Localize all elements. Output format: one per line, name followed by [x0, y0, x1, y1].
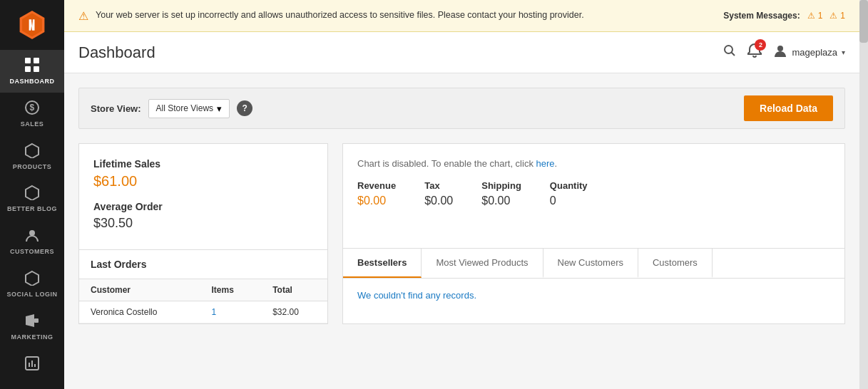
store-view-select[interactable]: All Store Views ▾	[148, 99, 230, 118]
customers-icon	[24, 227, 40, 245]
svg-point-16	[725, 46, 732, 53]
chart-section: Chart is disabled. To enable the chart, …	[342, 143, 845, 249]
header-right: 2 mageplaza ▾	[723, 43, 845, 62]
tab-content: We couldn't find any records.	[343, 279, 844, 312]
revenue-item-quantity: Quantity 0	[550, 180, 588, 207]
svg-marker-9	[26, 271, 39, 286]
sidebar-item-better-blog-label: BETTER BLOG	[7, 205, 57, 213]
svg-marker-7	[26, 186, 39, 200]
system-messages: System Messages: ⚠ 1 ⚠ 1	[723, 11, 845, 21]
lifetime-sales-section: Lifetime Sales $61.00 Average Order $30.…	[78, 143, 328, 249]
sidebar-item-customers[interactable]: CUSTOMERS	[0, 220, 64, 263]
chart-disabled-prefix: Chart is disabled. To enable the chart, …	[357, 158, 533, 169]
stats-section: Lifetime Sales $61.00 Average Order $30.…	[78, 143, 845, 324]
lifetime-sales-label: Lifetime Sales	[93, 158, 313, 170]
svg-point-18	[777, 46, 783, 51]
last-orders-title: Last Orders	[79, 250, 327, 279]
tab-new-customers[interactable]: New Customers	[543, 249, 638, 278]
tax-value: $0.00	[424, 194, 453, 207]
store-view-label: Store View:	[91, 103, 141, 114]
items-link[interactable]: 1	[211, 307, 216, 317]
orders-col-customer: Customer	[79, 279, 200, 301]
svg-rect-0	[25, 58, 31, 63]
sidebar-item-sales-label: SALES	[21, 120, 44, 128]
warning-icon: ⚠	[78, 9, 88, 23]
svg-marker-10	[26, 314, 34, 327]
sidebar-item-dashboard[interactable]: DASHBOARD	[0, 50, 64, 93]
sidebar-item-reports[interactable]	[0, 348, 64, 380]
dashboard-icon	[24, 57, 40, 75]
quantity-label: Quantity	[550, 180, 588, 191]
left-panel: Lifetime Sales $61.00 Average Order $30.…	[78, 143, 328, 324]
svg-rect-2	[25, 66, 31, 72]
sidebar-item-products[interactable]: PRODUCTS	[0, 135, 64, 178]
sidebar-item-marketing[interactable]: MARKETING	[0, 306, 64, 348]
orders-col-items: Items	[200, 279, 261, 301]
chevron-down-icon: ▾	[842, 48, 845, 56]
shipping-label: Shipping	[481, 180, 521, 191]
scrollbar[interactable]	[859, 0, 868, 389]
revenue-row: Revenue $0.00 Tax $0.00 Shipping $0.00	[357, 180, 830, 207]
system-messages-label: System Messages:	[723, 11, 800, 21]
sidebar-item-dashboard-label: DASHBOARD	[10, 78, 55, 85]
scrollbar-thumb[interactable]	[859, 0, 868, 43]
orders-table: Customer Items Total Veronica Costello	[79, 279, 327, 323]
customer-name: Veronica Costello	[91, 307, 157, 317]
sys-msg-badge-2[interactable]: ⚠ 1	[829, 11, 845, 21]
quantity-value: 0	[550, 194, 588, 207]
svg-line-17	[732, 53, 735, 56]
sys-msg-warning-icon-2: ⚠	[829, 11, 837, 21]
help-icon[interactable]: ?	[237, 100, 252, 116]
user-avatar-icon	[773, 43, 787, 61]
sidebar-item-social-login-label: SOCIAL LOGIN	[7, 291, 58, 299]
tab-customers-label: Customers	[653, 257, 698, 268]
tabs-header: Bestsellers Most Viewed Products New Cus…	[343, 249, 844, 279]
store-view-chevron-icon: ▾	[217, 103, 222, 114]
sidebar-item-social-login[interactable]: SOCIAL LOGIN	[0, 263, 64, 306]
products-icon	[24, 142, 40, 160]
warning-banner: ⚠ Your web server is set up incorrectly …	[64, 0, 859, 32]
sales-icon: $	[24, 100, 40, 118]
sys-msg-badge-1[interactable]: ⚠ 1	[807, 11, 823, 21]
revenue-item-revenue: Revenue $0.00	[357, 180, 396, 207]
revenue-item-shipping: Shipping $0.00	[481, 180, 521, 207]
header-bar: Dashboard 2	[64, 32, 859, 73]
orders-row-total: $32.00	[261, 301, 327, 323]
user-menu[interactable]: mageplaza ▾	[773, 43, 845, 61]
empty-records-message: We couldn't find any records.	[357, 290, 476, 301]
svg-text:$: $	[29, 103, 34, 113]
table-row: Veronica Costello 1 $32.00	[79, 301, 327, 323]
sidebar: DASHBOARD $ SALES PRODUCTS BETTER BLOG C…	[0, 0, 64, 389]
average-order-value: $30.50	[93, 216, 313, 231]
orders-col-total: Total	[261, 279, 327, 301]
average-order-label: Average Order	[93, 201, 313, 212]
chart-here-link[interactable]: here	[536, 158, 555, 169]
content-area: Store View: All Store Views ▾ ? Reload D…	[64, 73, 859, 389]
sidebar-logo	[0, 0, 64, 50]
svg-marker-6	[26, 144, 39, 158]
tab-most-viewed-label: Most Viewed Products	[436, 257, 528, 268]
search-icon	[723, 44, 736, 57]
sidebar-item-sales[interactable]: $ SALES	[0, 93, 64, 135]
tab-bestsellers-label: Bestsellers	[357, 257, 407, 268]
svg-rect-11	[34, 318, 39, 323]
revenue-value: $0.00	[357, 194, 396, 207]
sidebar-item-better-blog[interactable]: BETTER BLOG	[0, 177, 64, 220]
search-button[interactable]	[723, 44, 736, 61]
svg-rect-3	[34, 66, 39, 72]
tabs-section: Bestsellers Most Viewed Products New Cus…	[342, 249, 845, 325]
shipping-value: $0.00	[481, 194, 521, 207]
tab-bestsellers[interactable]: Bestsellers	[343, 249, 422, 278]
notifications-button[interactable]: 2	[747, 43, 762, 62]
warning-text: Your web server is set up incorrectly an…	[96, 9, 584, 22]
sidebar-item-products-label: PRODUCTS	[13, 163, 52, 171]
store-view-left: Store View: All Store Views ▾ ?	[91, 99, 252, 118]
tab-customers[interactable]: Customers	[638, 249, 713, 278]
sys-msg-warning-icon-1: ⚠	[807, 11, 815, 21]
svg-point-8	[29, 230, 35, 236]
sidebar-item-customers-label: CUSTOMERS	[10, 248, 54, 256]
chart-disabled-text: Chart is disabled. To enable the chart, …	[357, 158, 830, 169]
tab-most-viewed[interactable]: Most Viewed Products	[422, 249, 543, 278]
reload-data-button[interactable]: Reload Data	[744, 95, 833, 121]
svg-rect-1	[34, 58, 39, 63]
